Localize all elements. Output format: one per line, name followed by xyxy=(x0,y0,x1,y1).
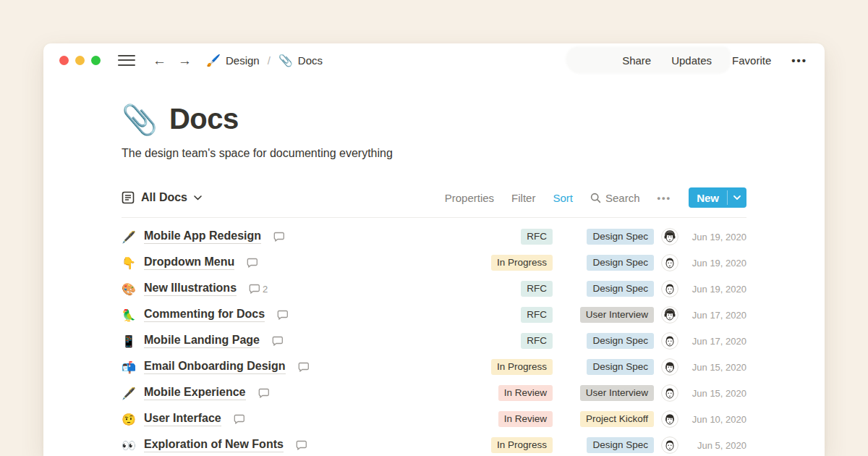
type-tag[interactable]: Design Spec xyxy=(587,333,654,349)
filter-button[interactable]: Filter xyxy=(511,192,535,204)
app-window: ← → 🖌️ Design / 📎 Docs Share Updates Fav… xyxy=(43,43,825,456)
date-label: Jun 15, 2020 xyxy=(684,362,746,373)
comment-bubble-icon xyxy=(273,232,284,242)
avatar xyxy=(661,436,678,454)
window-topbar: ← → 🖌️ Design / 📎 Docs Share Updates Fav… xyxy=(43,43,825,77)
comment-bubble-icon xyxy=(247,258,258,268)
status-tag[interactable]: RFC xyxy=(521,307,553,323)
table-row[interactable]: 📬 Email Onboarding Design In Progress De… xyxy=(122,354,746,380)
search-button[interactable]: Search xyxy=(590,192,640,204)
search-icon xyxy=(590,193,601,203)
doc-emoji-icon: 🎨 xyxy=(122,282,136,296)
doc-title-link[interactable]: Exploration of New Fonts xyxy=(144,438,284,452)
table-row[interactable]: 👀 Exploration of New Fonts In Progress D… xyxy=(122,432,746,456)
avatar xyxy=(661,280,678,297)
paperclip-icon: 📎 xyxy=(278,54,293,67)
date-label: Jun 17, 2020 xyxy=(684,336,746,347)
status-tag[interactable]: RFC xyxy=(521,333,553,349)
breadcrumb: 🖌️ Design / 📎 Docs xyxy=(206,54,323,67)
table-row[interactable]: 🎨 New Illustrations 2 RFC Design Spec Ju… xyxy=(122,276,746,302)
doc-title-link[interactable]: New Illustrations xyxy=(144,282,237,296)
doc-title-link[interactable]: Mobile App Redesign xyxy=(144,229,261,244)
comment-bubble-icon xyxy=(298,362,309,372)
sidebar-menu-icon[interactable] xyxy=(118,55,135,66)
view-toolbar: All Docs Properties Filter Sort Search •… xyxy=(122,187,746,218)
status-tag[interactable]: RFC xyxy=(521,229,553,245)
comment-bubble-icon xyxy=(296,440,307,450)
table-row[interactable]: 🖋️ Mobile Experience In Review User Inte… xyxy=(122,380,746,406)
type-tag[interactable]: User Interview xyxy=(580,307,654,323)
avatar xyxy=(661,358,678,376)
breadcrumb-current[interactable]: Docs xyxy=(298,54,323,67)
status-tag[interactable]: In Review xyxy=(498,385,553,401)
cursor-scribble-ghost xyxy=(566,46,731,74)
comment-count-badge[interactable] xyxy=(296,440,310,450)
document-list-icon xyxy=(122,191,135,204)
comment-bubble-icon xyxy=(258,388,269,398)
view-selector[interactable]: All Docs xyxy=(122,191,202,204)
table-row[interactable]: 🤨 User Interface In Review Project Kicko… xyxy=(122,406,746,432)
table-row[interactable]: 🦜 Commenting for Docs RFC User Interview… xyxy=(122,302,746,328)
new-button[interactable]: New xyxy=(689,187,746,208)
type-tag[interactable]: Design Spec xyxy=(587,437,654,453)
comment-count-badge[interactable]: 2 xyxy=(249,284,268,295)
paintbrush-icon: 🖌️ xyxy=(206,54,221,67)
doc-title-link[interactable]: Dropdown Menu xyxy=(144,256,234,270)
avatar xyxy=(661,228,678,245)
date-label: Jun 17, 2020 xyxy=(684,310,746,321)
doc-title-link[interactable]: Mobile Landing Page xyxy=(144,334,260,348)
comment-count-badge[interactable] xyxy=(277,310,291,320)
minimize-window-icon[interactable] xyxy=(75,56,85,65)
date-label: Jun 19, 2020 xyxy=(684,258,746,269)
doc-title-link[interactable]: User Interface xyxy=(144,412,221,426)
doc-title-link[interactable]: Mobile Experience xyxy=(144,386,246,400)
type-tag[interactable]: User Interview xyxy=(580,385,654,401)
comment-bubble-icon xyxy=(272,336,283,346)
docs-table: 🖋️ Mobile App Redesign RFC Design Spec J… xyxy=(122,224,746,456)
page-title: Docs xyxy=(169,103,239,135)
status-tag[interactable]: In Progress xyxy=(491,437,553,453)
doc-title-link[interactable]: Email Onboarding Design xyxy=(144,360,286,374)
comment-count-badge[interactable] xyxy=(273,232,287,242)
close-window-icon[interactable] xyxy=(59,56,69,65)
breadcrumb-separator: / xyxy=(268,54,271,67)
search-label: Search xyxy=(605,192,640,204)
sort-button[interactable]: Sort xyxy=(553,192,573,204)
type-tag[interactable]: Design Spec xyxy=(587,255,654,271)
doc-emoji-icon: 🤨 xyxy=(122,413,136,426)
comment-count-badge[interactable] xyxy=(258,388,272,398)
page-icon-paperclip[interactable]: 📎 xyxy=(122,105,158,134)
more-options-icon[interactable]: ••• xyxy=(791,54,807,67)
comment-count-badge[interactable] xyxy=(298,362,312,372)
avatar xyxy=(661,254,678,271)
forward-arrow-icon[interactable]: → xyxy=(178,54,192,67)
doc-title-link[interactable]: Commenting for Docs xyxy=(144,308,265,322)
doc-emoji-icon: 🦜 xyxy=(122,308,136,322)
table-row[interactable]: 👇 Dropdown Menu In Progress Design Spec … xyxy=(122,250,746,276)
toolbar-more-icon[interactable]: ••• xyxy=(658,193,672,203)
properties-button[interactable]: Properties xyxy=(445,192,494,204)
comment-bubble-icon xyxy=(277,310,288,320)
new-button-chevron-down-icon[interactable] xyxy=(728,187,746,208)
status-tag[interactable]: In Review xyxy=(498,411,553,427)
comment-count-badge[interactable] xyxy=(272,336,286,346)
date-label: Jun 19, 2020 xyxy=(684,284,746,295)
comment-count-badge[interactable] xyxy=(234,414,247,424)
zoom-window-icon[interactable] xyxy=(91,56,101,65)
doc-emoji-icon: 📬 xyxy=(122,360,136,374)
type-tag[interactable]: Design Spec xyxy=(587,229,654,245)
table-row[interactable]: 🖋️ Mobile App Redesign RFC Design Spec J… xyxy=(122,224,746,250)
comment-count: 2 xyxy=(263,284,268,295)
new-button-label: New xyxy=(689,187,727,208)
status-tag[interactable]: In Progress xyxy=(491,359,553,375)
status-tag[interactable]: In Progress xyxy=(491,255,553,271)
table-row[interactable]: 📱 Mobile Landing Page RFC Design Spec Ju… xyxy=(122,328,746,354)
back-arrow-icon[interactable]: ← xyxy=(153,54,166,67)
status-tag[interactable]: RFC xyxy=(521,281,553,297)
favorite-button[interactable]: Favorite xyxy=(732,54,771,67)
type-tag[interactable]: Project Kickoff xyxy=(580,411,654,427)
comment-count-badge[interactable] xyxy=(247,258,260,268)
breadcrumb-parent[interactable]: Design xyxy=(226,54,260,67)
type-tag[interactable]: Design Spec xyxy=(587,359,654,375)
type-tag[interactable]: Design Spec xyxy=(587,281,654,297)
